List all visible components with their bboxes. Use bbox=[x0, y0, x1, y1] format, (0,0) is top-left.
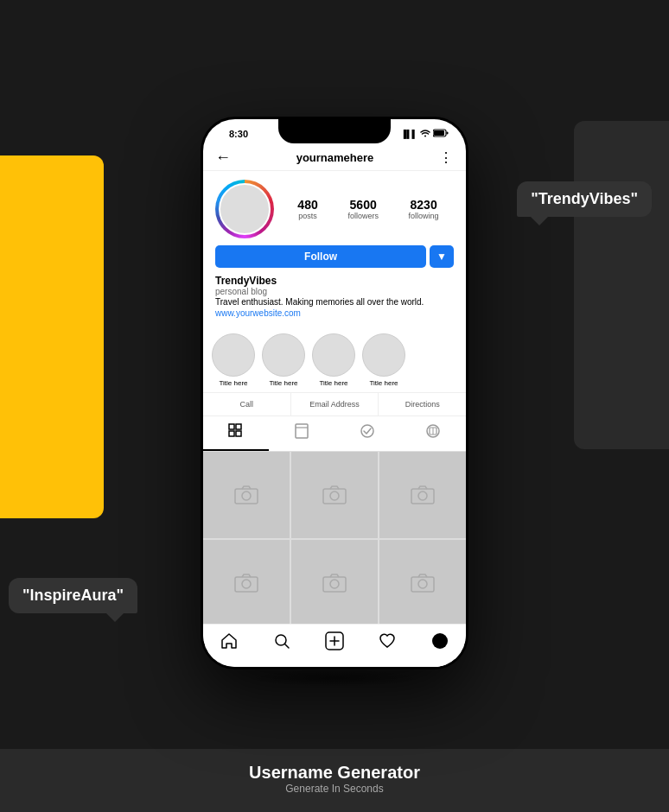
profile-info: TrendyVibes personal blog Travel enthusi… bbox=[215, 275, 454, 318]
avatar-container bbox=[215, 180, 274, 238]
svg-rect-5 bbox=[236, 424, 241, 429]
phone-mockup: 8:30 ▐▌▌ ← yournamehere ⋮ bbox=[201, 117, 468, 669]
home-nav-item[interactable] bbox=[220, 632, 238, 654]
phone-notch bbox=[278, 119, 391, 143]
yellow-decoration bbox=[0, 155, 104, 518]
action-buttons: Call Email Address Directions bbox=[203, 392, 466, 416]
highlight-item-1[interactable]: Title here bbox=[212, 333, 255, 387]
reels-icon bbox=[295, 423, 309, 442]
avatar bbox=[219, 183, 271, 235]
grid-cell-3[interactable] bbox=[379, 452, 466, 538]
highlight-label-3: Title here bbox=[319, 379, 347, 387]
camera-icon-5 bbox=[322, 571, 347, 595]
highlights-row: Title here Title here Title here Title h… bbox=[203, 328, 466, 392]
footer-title: Username Generator bbox=[0, 763, 669, 783]
profile-link[interactable]: www.yourwebsite.com bbox=[215, 308, 454, 318]
menu-button[interactable]: ⋮ bbox=[439, 149, 454, 166]
svg-rect-8 bbox=[296, 424, 308, 438]
posts-count: 480 bbox=[297, 198, 317, 212]
status-icons: ▐▌▌ bbox=[401, 129, 449, 139]
phone-screen: 8:30 ▐▌▌ ← yournamehere ⋮ bbox=[203, 119, 466, 667]
highlight-label-1: Title here bbox=[219, 379, 247, 387]
add-nav-item[interactable] bbox=[325, 631, 344, 655]
profile-nav-item[interactable] bbox=[431, 632, 449, 654]
nav-bar: ← yournamehere ⋮ bbox=[203, 145, 466, 171]
highlight-label-4: Title here bbox=[369, 379, 398, 387]
svg-rect-7 bbox=[236, 431, 241, 436]
footer: Username Generator Generate In Seconds bbox=[0, 749, 669, 812]
tab-tagged[interactable] bbox=[334, 416, 400, 451]
profile-top: 480 posts 5600 followers 8230 following bbox=[215, 180, 454, 238]
grid-icon bbox=[228, 423, 244, 442]
grid-cell-6[interactable] bbox=[379, 540, 466, 626]
svg-point-21 bbox=[242, 580, 251, 588]
email-button[interactable]: Email Address bbox=[291, 393, 379, 416]
svg-rect-6 bbox=[229, 431, 234, 436]
status-time: 8:30 bbox=[229, 129, 248, 139]
highlight-circle-1 bbox=[212, 333, 255, 377]
followers-count: 5600 bbox=[347, 198, 379, 212]
highlight-item-3[interactable]: Title here bbox=[312, 333, 355, 387]
camera-icon-1 bbox=[234, 483, 258, 507]
camera-icon-4 bbox=[234, 571, 258, 595]
grid-cell-4[interactable] bbox=[203, 540, 290, 626]
tab-reels[interactable] bbox=[269, 416, 334, 451]
camera-icon-3 bbox=[411, 483, 435, 507]
posts-label: posts bbox=[297, 212, 317, 220]
grid-cell-2[interactable] bbox=[291, 452, 378, 538]
directions-button[interactable]: Directions bbox=[379, 393, 466, 416]
call-button[interactable]: Call bbox=[203, 393, 291, 416]
tab-grid[interactable] bbox=[203, 416, 269, 451]
heart-nav-item[interactable] bbox=[379, 632, 396, 654]
camera-icon-6 bbox=[411, 571, 435, 595]
highlight-circle-2 bbox=[262, 333, 305, 377]
followers-label: followers bbox=[347, 212, 379, 220]
highlight-item-2[interactable]: Title here bbox=[262, 333, 305, 387]
dark-decoration bbox=[574, 121, 669, 449]
footer-subtitle: Generate In Seconds bbox=[0, 783, 669, 795]
svg-rect-2 bbox=[447, 132, 449, 135]
stat-posts: 480 posts bbox=[297, 198, 317, 220]
svg-point-23 bbox=[330, 580, 339, 588]
stat-following: 8230 following bbox=[409, 198, 439, 220]
highlight-label-2: Title here bbox=[269, 379, 297, 387]
svg-point-25 bbox=[418, 580, 427, 588]
grid-cell-1[interactable] bbox=[203, 452, 290, 538]
mentions-icon bbox=[425, 423, 441, 442]
bubble-trendyvibes: "TrendyVibes" bbox=[517, 181, 652, 217]
signal-icon: ▐▌▌ bbox=[401, 130, 417, 138]
svg-point-15 bbox=[242, 492, 251, 500]
highlight-item-4[interactable]: Title here bbox=[362, 333, 405, 387]
tab-mentions[interactable] bbox=[400, 416, 466, 451]
phone-shadow bbox=[248, 669, 421, 687]
bottom-nav bbox=[203, 624, 466, 667]
following-count: 8230 bbox=[409, 198, 439, 212]
back-button[interactable]: ← bbox=[215, 149, 231, 167]
svg-point-0 bbox=[424, 136, 426, 137]
phone-frame: 8:30 ▐▌▌ ← yournamehere ⋮ bbox=[201, 117, 468, 669]
svg-point-17 bbox=[330, 492, 339, 500]
tab-bar bbox=[203, 416, 466, 452]
svg-point-19 bbox=[418, 492, 427, 500]
svg-rect-3 bbox=[434, 130, 444, 136]
avatar-ring bbox=[215, 180, 274, 238]
battery-icon bbox=[433, 129, 449, 139]
follow-button[interactable]: Follow bbox=[215, 245, 426, 268]
bubble-inspireAura: "InspireAura" bbox=[9, 578, 137, 613]
nav-username: yournamehere bbox=[296, 151, 374, 164]
follow-dropdown-button[interactable]: ▼ bbox=[430, 245, 454, 268]
follow-row: Follow ▼ bbox=[215, 245, 454, 268]
grid-cell-5[interactable] bbox=[291, 540, 378, 626]
search-nav-item[interactable] bbox=[273, 632, 290, 654]
highlight-circle-4 bbox=[362, 333, 405, 377]
profile-name: TrendyVibes bbox=[215, 275, 454, 287]
following-label: following bbox=[409, 212, 439, 220]
stat-followers: 5600 followers bbox=[347, 198, 379, 220]
svg-point-10 bbox=[361, 425, 373, 437]
profile-category: personal blog bbox=[215, 287, 454, 296]
stats-row: 480 posts 5600 followers 8230 following bbox=[283, 198, 454, 220]
tagged-icon bbox=[360, 423, 375, 442]
profile-section: 480 posts 5600 followers 8230 following bbox=[203, 171, 466, 328]
highlight-circle-3 bbox=[312, 333, 355, 377]
svg-rect-4 bbox=[229, 424, 234, 429]
